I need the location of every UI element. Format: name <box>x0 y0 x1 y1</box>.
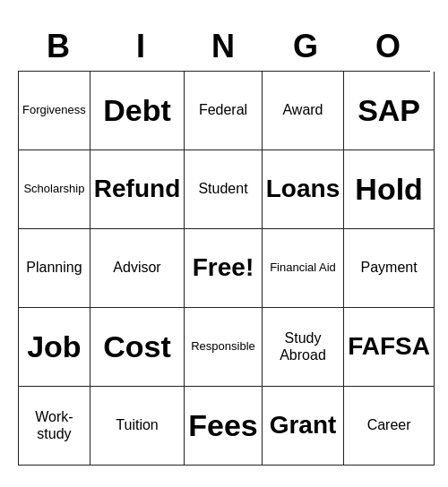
cell-label: Forgiveness <box>22 103 86 117</box>
cell-label: Scholarship <box>23 182 84 196</box>
header-letter: I <box>100 22 183 71</box>
cell-label: Work-study <box>22 408 86 442</box>
cell-label: Responsible <box>191 339 255 354</box>
bingo-cell[interactable]: Scholarship <box>19 150 90 229</box>
cell-label: Student <box>198 180 247 197</box>
bingo-card: BINGO ForgivenessDebtFederalAwardSAPScho… <box>18 22 430 466</box>
bingo-cell[interactable]: Financial Aid <box>263 229 344 308</box>
bingo-cell[interactable]: Advisor <box>90 229 185 308</box>
bingo-cell[interactable]: Payment <box>344 229 435 308</box>
bingo-cell[interactable]: Hold <box>344 150 435 229</box>
bingo-cell[interactable]: Loans <box>263 150 344 229</box>
header-letter: O <box>348 22 430 71</box>
cell-label: Tuition <box>116 416 158 433</box>
bingo-cell[interactable]: Award <box>263 72 344 150</box>
header-letter: G <box>265 22 348 71</box>
cell-label: SAP <box>358 92 420 129</box>
cell-label: Free! <box>193 252 254 283</box>
bingo-cell[interactable]: Planning <box>19 229 90 308</box>
cell-label: Study Abroad <box>266 329 340 363</box>
bingo-cell[interactable]: Tuition <box>90 387 185 466</box>
bingo-grid: ForgivenessDebtFederalAwardSAPScholarshi… <box>18 71 430 466</box>
cell-label: Loans <box>266 174 340 204</box>
cell-label: Planning <box>26 259 82 276</box>
bingo-cell[interactable]: FAFSA <box>344 308 435 387</box>
bingo-cell[interactable]: SAP <box>344 72 435 150</box>
cell-label: Job <box>27 329 81 365</box>
cell-label: Fees <box>188 407 258 444</box>
bingo-cell[interactable]: Work-study <box>19 387 90 466</box>
bingo-cell[interactable]: Grant <box>263 387 344 466</box>
bingo-cell[interactable]: Free! <box>185 229 263 308</box>
bingo-header: BINGO <box>18 22 430 71</box>
cell-label: Award <box>282 101 323 118</box>
bingo-cell[interactable]: Career <box>344 387 435 466</box>
bingo-cell[interactable]: Student <box>185 150 263 229</box>
bingo-cell[interactable]: Forgiveness <box>19 72 90 150</box>
bingo-cell[interactable]: Fees <box>185 387 263 466</box>
cell-label: FAFSA <box>348 331 430 362</box>
cell-label: Cost <box>103 329 171 365</box>
cell-label: Federal <box>199 101 247 118</box>
bingo-cell[interactable]: Study Abroad <box>263 308 344 387</box>
cell-label: Financial Aid <box>270 261 336 275</box>
cell-label: Career <box>367 416 411 433</box>
cell-label: Debt <box>103 92 171 129</box>
bingo-cell[interactable]: Responsible <box>185 308 263 387</box>
bingo-cell[interactable]: Debt <box>90 72 185 150</box>
cell-label: Advisor <box>113 259 160 276</box>
cell-label: Refund <box>94 174 180 204</box>
bingo-cell[interactable]: Refund <box>90 150 185 229</box>
cell-label: Grant <box>270 410 337 440</box>
bingo-cell[interactable]: Cost <box>90 308 185 387</box>
bingo-cell[interactable]: Job <box>19 308 90 387</box>
bingo-cell[interactable]: Federal <box>185 72 263 150</box>
cell-label: Payment <box>361 259 418 276</box>
cell-label: Hold <box>355 171 423 208</box>
header-letter: N <box>183 22 265 71</box>
header-letter: B <box>18 22 100 71</box>
